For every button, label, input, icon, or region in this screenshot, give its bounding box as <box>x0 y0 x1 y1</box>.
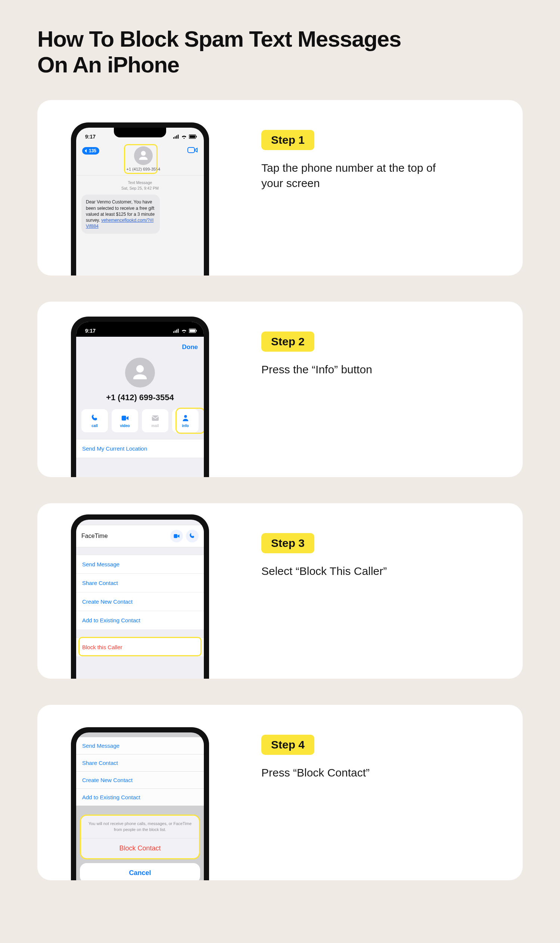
wifi-icon <box>181 329 187 333</box>
back-count: 135 <box>89 148 96 154</box>
svg-rect-0 <box>173 137 174 139</box>
send-message-button[interactable]: Send Message <box>76 555 204 574</box>
block-action-sheet: You will not receive phone calls, messag… <box>80 815 200 859</box>
battery-icon <box>189 329 197 333</box>
message-date-label: Sat, Sep 25, 9:42 PM <box>122 186 158 191</box>
svg-rect-2 <box>176 135 177 139</box>
page-title: How To Block Spam Text Messages On An iP… <box>37 26 411 78</box>
phone-mock-step1: 9:17 135 <box>71 122 209 275</box>
phone-number-label: +1 (412) 699-3554 <box>126 167 160 171</box>
svg-rect-3 <box>178 134 178 138</box>
call-button[interactable]: call <box>82 409 108 432</box>
create-contact-button[interactable]: Create New Contact <box>76 592 204 611</box>
signal-icon <box>173 134 179 139</box>
send-location-button[interactable]: Send My Current Location <box>76 439 204 458</box>
block-warning-text: You will not receive phone calls, messag… <box>81 816 199 838</box>
step-1-card: 9:17 135 <box>37 100 523 275</box>
send-message-button[interactable]: Send Message <box>76 737 204 754</box>
svg-rect-1 <box>175 136 175 138</box>
svg-rect-11 <box>178 329 178 332</box>
svg-rect-5 <box>190 135 195 138</box>
cancel-button[interactable]: Cancel <box>80 863 200 880</box>
back-button[interactable]: 135 <box>82 147 99 155</box>
status-time: 9:17 <box>85 328 95 334</box>
block-caller-button[interactable]: Block this Caller <box>76 638 204 656</box>
signal-icon <box>173 329 179 333</box>
block-contact-button[interactable]: Block Contact <box>81 838 199 858</box>
phone-mock-step3: FaceTime Send Message Share Contact Crea… <box>71 514 209 679</box>
step-badge-2: Step 2 <box>262 332 314 352</box>
phone-notch <box>114 128 166 137</box>
svg-rect-8 <box>173 332 174 333</box>
facetime-label: FaceTime <box>82 533 108 540</box>
step-badge-1: Step 1 <box>262 130 314 150</box>
step-badge-3: Step 3 <box>262 533 314 553</box>
step-2-card: 9:17 Done +1 (412) 69 <box>37 302 523 477</box>
call-label: call <box>91 424 98 428</box>
svg-rect-10 <box>176 330 177 333</box>
svg-rect-7 <box>188 148 194 153</box>
svg-point-17 <box>184 415 187 417</box>
share-contact-button[interactable]: Share Contact <box>76 754 204 771</box>
add-existing-contact-button[interactable]: Add to Existing Contact <box>76 788 204 806</box>
phone-mock-step4: Send Message Share Contact Create New Co… <box>71 727 209 880</box>
svg-rect-13 <box>190 330 195 332</box>
step-4-card: Send Message Share Contact Create New Co… <box>37 705 523 880</box>
step-badge-4: Step 4 <box>262 735 314 755</box>
video-button[interactable]: video <box>112 409 138 432</box>
avatar-icon <box>125 358 155 388</box>
phone-mock-step2: 9:17 Done +1 (412) 69 <box>71 317 209 477</box>
info-button[interactable]: info <box>172 409 198 432</box>
svg-rect-15 <box>122 415 126 420</box>
facetime-audio-button[interactable] <box>186 530 198 542</box>
mail-button: mail <box>142 409 168 432</box>
facetime-video-button[interactable] <box>170 530 183 542</box>
mail-label: mail <box>151 424 158 428</box>
svg-rect-18 <box>174 534 178 538</box>
svg-rect-6 <box>196 136 197 137</box>
step-1-desc: Tap the phone number at the top of your … <box>262 160 455 191</box>
info-label: info <box>182 424 189 428</box>
contact-number: +1 (412) 699-3554 <box>106 393 174 402</box>
share-contact-button[interactable]: Share Contact <box>76 574 204 592</box>
video-label: video <box>120 424 129 428</box>
done-button[interactable]: Done <box>182 343 198 351</box>
battery-icon <box>189 134 197 139</box>
message-bubble: Dear Venmo Customer, You have been selec… <box>82 194 160 234</box>
step-4-desc: Press “Block Contact” <box>262 765 455 781</box>
avatar-icon <box>134 146 153 165</box>
status-time: 9:17 <box>85 134 95 140</box>
add-existing-contact-button[interactable]: Add to Existing Contact <box>76 611 204 629</box>
step-3-desc: Select “Block This Caller” <box>262 564 455 579</box>
create-contact-button[interactable]: Create New Contact <box>76 771 204 788</box>
contact-header[interactable]: +1 (412) 699-3554 <box>126 146 160 171</box>
svg-rect-9 <box>175 331 175 332</box>
svg-rect-14 <box>196 330 197 332</box>
message-type-label: Text Message <box>128 180 152 185</box>
step-2-desc: Press the “Info” button <box>262 362 455 377</box>
facetime-icon[interactable] <box>188 146 198 154</box>
phone-notch <box>114 322 166 332</box>
wifi-icon <box>181 134 187 139</box>
step-3-card: FaceTime Send Message Share Contact Crea… <box>37 503 523 679</box>
